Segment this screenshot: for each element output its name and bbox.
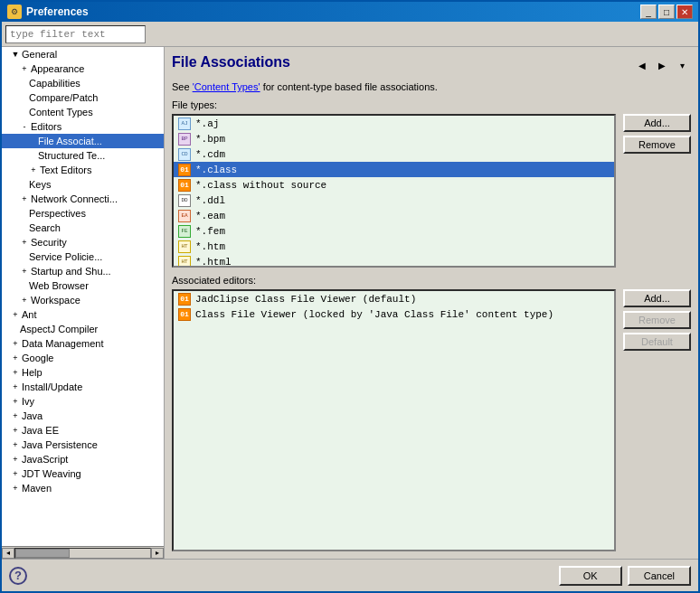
tree-label-jdt: JDT Weaving (22, 468, 81, 479)
list-item-eam[interactable]: EA *.eam (174, 208, 614, 223)
list-item-cdm[interactable]: CD *.cdm (174, 146, 614, 162)
tree-item-startup[interactable]: + Startup and Shu... (2, 264, 165, 278)
tree-item-keys[interactable]: Keys (2, 177, 165, 192)
tree-label-keys: Keys (29, 179, 51, 190)
assoc-add-button[interactable]: Add... (623, 289, 691, 307)
back-button[interactable]: ◀ (633, 56, 651, 74)
tree-label-content-types: Content Types (29, 107, 93, 118)
list-item-ddl[interactable]: DD *.ddl (174, 193, 614, 208)
window-icon: ⚙ (7, 5, 22, 19)
main-content: ▼ General + Appearance Capabilities (2, 22, 698, 559)
tree-item-maven[interactable]: + Maven (2, 481, 165, 495)
cancel-button[interactable]: Cancel (628, 566, 691, 586)
filter-input[interactable] (5, 25, 146, 43)
file-icon-eam: EA (177, 210, 192, 222)
file-type-name-class-nosource: *.class without source (195, 180, 326, 191)
content-types-link[interactable]: 'Content Types' (193, 81, 260, 92)
tree-label-data: Data Management (22, 338, 104, 349)
tree-item-javascript[interactable]: + JavaScript (2, 452, 165, 466)
file-types-list[interactable]: AJ *.aj BP *.bpm CD (172, 114, 616, 268)
tree-item-help[interactable]: + Help (2, 365, 165, 380)
file-types-buttons: Add... Remove (623, 114, 691, 268)
file-types-label: File types: (172, 99, 691, 110)
tree-item-perspectives[interactable]: Perspectives (2, 206, 165, 221)
tree-item-text-editors[interactable]: + Text Editors (2, 163, 165, 177)
file-types-area: AJ *.aj BP *.bpm CD (172, 114, 691, 268)
tree-item-aspectj[interactable]: AspectJ Compiler (2, 322, 165, 336)
tree-item-jdt-weaving[interactable]: + JDT Weaving (2, 466, 165, 481)
assoc-remove-button[interactable]: Remove (623, 311, 691, 329)
forward-button[interactable]: ▶ (653, 56, 671, 74)
assoc-default-button[interactable]: Default (623, 333, 691, 351)
tree-item-install-update[interactable]: + Install/Update (2, 380, 165, 394)
horizontal-scrollbar[interactable]: ◂ ▸ (2, 546, 164, 559)
list-item-class-nosource[interactable]: 01 *.class without source (174, 177, 614, 193)
scroll-right-btn[interactable]: ▸ (151, 548, 164, 559)
tree-label-js: JavaScript (22, 454, 68, 465)
file-icon-aj: AJ (177, 118, 192, 130)
tree-item-search[interactable]: Search (2, 221, 165, 235)
help-button[interactable]: ? (9, 567, 27, 585)
tree-label-capabilities: Capabilities (29, 78, 80, 89)
file-type-name-aj: *.aj (195, 118, 219, 129)
close-button[interactable]: ✕ (676, 5, 693, 19)
tree-item-data-management[interactable]: + Data Management (2, 336, 165, 351)
file-type-name-class: *.class (195, 165, 237, 175)
description-suffix: for content-type based file associations… (260, 81, 438, 92)
maximize-button[interactable]: □ (658, 5, 675, 19)
expand-icon-js: + (11, 455, 20, 464)
expand-icon-java: + (11, 411, 20, 420)
tree-item-file-associat[interactable]: File Associat... (2, 134, 165, 148)
menu-button[interactable]: ▾ (673, 56, 691, 74)
assoc-item-classfile[interactable]: 01 Class File Viewer (locked by 'Java Cl… (174, 306, 614, 322)
list-item-bpm[interactable]: BP *.bpm (174, 131, 614, 146)
minimize-button[interactable]: _ (640, 5, 657, 19)
expand-icon-general: ▼ (11, 50, 20, 59)
list-item-htm[interactable]: HT *.htm (174, 239, 614, 254)
tree-item-java-ee[interactable]: + Java EE (2, 423, 165, 438)
tree-item-general[interactable]: ▼ General (2, 47, 165, 61)
list-item-class[interactable]: 01 *.class (174, 162, 614, 177)
tree-item-service-polici[interactable]: Service Policie... (2, 249, 165, 264)
toolbar (2, 22, 698, 47)
file-icon-htm: HT (177, 240, 192, 253)
ok-button[interactable]: OK (559, 566, 622, 586)
expand-icon-java-ee: + (11, 426, 20, 435)
window-title: Preferences (26, 5, 89, 18)
pane-area: ▼ General + Appearance Capabilities (2, 47, 698, 559)
tree-item-web-browser[interactable]: Web Browser (2, 278, 165, 293)
tree-item-capabilities[interactable]: Capabilities (2, 76, 165, 90)
nav-toolbar: ◀ ▶ ▾ (633, 56, 691, 74)
scroll-left-btn[interactable]: ◂ (2, 548, 14, 559)
list-item-html[interactable]: HT *.html (174, 254, 614, 268)
tree-item-editors[interactable]: - Editors (2, 119, 165, 134)
expand-icon-install: + (11, 382, 20, 391)
tree-item-compare-patch[interactable]: Compare/Patch (2, 90, 165, 105)
tree-item-java-persistence[interactable]: + Java Persistence (2, 438, 165, 452)
file-type-name-eam: *.eam (195, 211, 225, 221)
assoc-item-jadclipse[interactable]: 01 JadClipse Class File Viewer (default) (174, 291, 614, 306)
tree-item-network-connec[interactable]: + Network Connecti... (2, 192, 165, 206)
tree-label-maven: Maven (22, 483, 52, 494)
tree-item-content-types[interactable]: Content Types (2, 105, 165, 119)
scroll-thumb[interactable] (15, 549, 70, 558)
tree-item-workspace[interactable]: + Workspace (2, 293, 165, 307)
tree-item-security[interactable]: + Security (2, 235, 165, 249)
tree-label-google: Google (22, 353, 53, 363)
tree-item-ant[interactable]: + Ant (2, 307, 165, 322)
list-item-fem[interactable]: FE *.fem (174, 223, 614, 239)
tree-label-structured-te: Structured Te... (38, 150, 105, 161)
associated-editors-list[interactable]: 01 JadClipse Class File Viewer (default)… (172, 289, 616, 551)
expand-icon-data: + (11, 339, 20, 348)
expand-icon-maven: + (11, 484, 20, 493)
file-types-add-button[interactable]: Add... (623, 114, 691, 132)
tree-item-ivy[interactable]: + Ivy (2, 394, 165, 409)
tree-item-appearance[interactable]: + Appearance (2, 61, 165, 76)
tree-item-java[interactable]: + Java (2, 409, 165, 423)
list-item-aj[interactable]: AJ *.aj (174, 116, 614, 131)
file-types-remove-button[interactable]: Remove (623, 136, 691, 154)
tree-item-structured-te[interactable]: Structured Te... (2, 148, 165, 163)
file-icon-class-nosource: 01 (177, 179, 192, 192)
tree-item-google[interactable]: + Google (2, 351, 165, 365)
file-type-name-fem: *.fem (195, 226, 225, 237)
